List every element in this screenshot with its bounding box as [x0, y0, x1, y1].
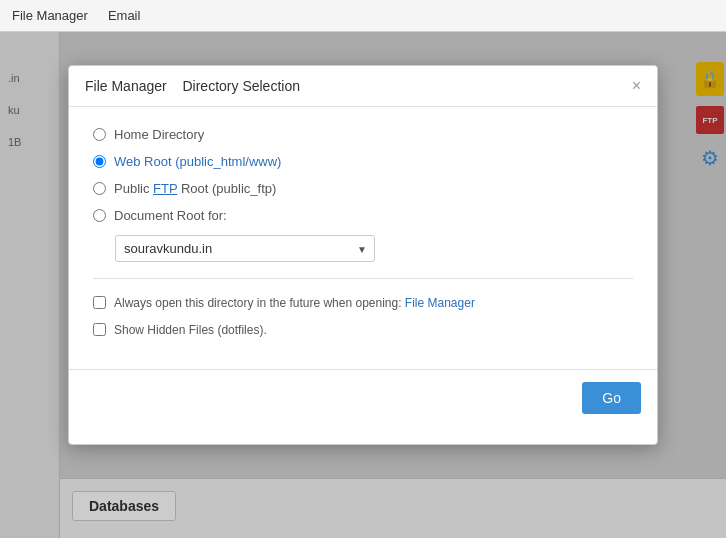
modal-footer: Go	[69, 369, 657, 426]
go-button[interactable]: Go	[582, 382, 641, 414]
radio-home-label[interactable]: Home Directory	[114, 127, 204, 142]
modal-title-part1: File Manager	[85, 78, 167, 94]
checkbox-always-open-input[interactable]	[93, 296, 106, 309]
radio-webroot-label[interactable]: Web Root (public_html/www)	[114, 154, 281, 169]
checkbox-always-open: Always open this directory in the future…	[93, 295, 633, 312]
modal-header: File Manager Directory Selection ×	[69, 66, 657, 107]
modal-close-button[interactable]: ×	[632, 78, 641, 94]
radio-option-webroot: Web Root (public_html/www)	[93, 154, 633, 169]
select-wrapper: souravkundu.in	[115, 235, 375, 262]
modal-title: File Manager Directory Selection	[85, 78, 300, 94]
top-menu-bar: File Manager Email	[0, 0, 726, 32]
dropdown-section: souravkundu.in	[115, 235, 633, 262]
checkbox-show-hidden: Show Hidden Files (dotfiles).	[93, 322, 633, 339]
radio-home[interactable]	[93, 128, 106, 141]
radio-docroot[interactable]	[93, 209, 106, 222]
modal-divider	[93, 278, 633, 279]
domain-select[interactable]: souravkundu.in	[115, 235, 375, 262]
directory-selection-modal: File Manager Directory Selection × Home …	[68, 65, 658, 445]
radio-ftproot-label[interactable]: Public FTP Root (public_ftp)	[114, 181, 276, 196]
radio-option-ftproot: Public FTP Root (public_ftp)	[93, 181, 633, 196]
modal-body: Home Directory Web Root (public_html/www…	[69, 107, 657, 369]
background-content: .in ku 1B 🔒 FTP ⚙ Databases File Manager…	[0, 32, 726, 538]
checkbox-show-hidden-label[interactable]: Show Hidden Files (dotfiles).	[114, 322, 267, 339]
menu-item-email[interactable]: Email	[108, 8, 141, 23]
radio-webroot[interactable]	[93, 155, 106, 168]
radio-docroot-label[interactable]: Document Root for:	[114, 208, 227, 223]
checkbox-always-open-label[interactable]: Always open this directory in the future…	[114, 295, 475, 312]
radio-ftproot[interactable]	[93, 182, 106, 195]
radio-option-home: Home Directory	[93, 127, 633, 142]
modal-overlay: File Manager Directory Selection × Home …	[0, 32, 726, 538]
radio-option-docroot: Document Root for:	[93, 208, 633, 223]
modal-title-part2: Directory Selection	[182, 78, 300, 94]
checkbox-show-hidden-input[interactable]	[93, 323, 106, 336]
menu-item-file-manager[interactable]: File Manager	[12, 8, 88, 23]
